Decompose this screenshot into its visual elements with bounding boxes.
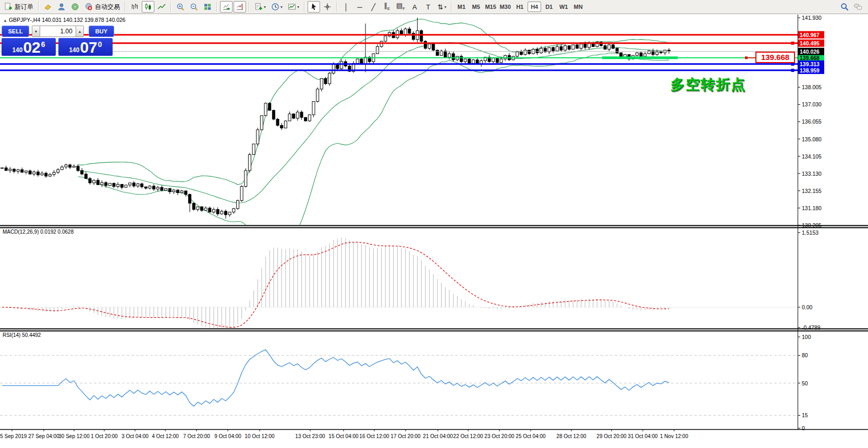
svg-text:16 Oct 12:00: 16 Oct 12:00 — [359, 433, 389, 439]
crosshair-button[interactable] — [321, 1, 334, 13]
svg-text:31 Oct 04:00: 31 Oct 04:00 — [628, 433, 658, 439]
svg-text:138.959: 138.959 — [800, 67, 820, 74]
timeframe-mn-button[interactable]: MN — [571, 2, 585, 12]
collapse-arrow-icon[interactable]: ▲ — [3, 18, 7, 23]
horizontal-line-tool-button[interactable]: ─ — [353, 1, 366, 13]
text-tool-button[interactable]: A — [408, 1, 421, 13]
toolbar-separator — [249, 2, 250, 12]
svg-text:13 Oct 23:00: 13 Oct 23:00 — [295, 433, 325, 439]
svg-text:140.495: 140.495 — [800, 40, 820, 46]
chart-annotation-text[interactable]: 多空转折点 — [670, 75, 746, 94]
sell-price-big: 02 — [23, 40, 40, 55]
buy-button[interactable]: BUY — [89, 26, 114, 37]
chart-window[interactable]: 141.930138.005137.030136.055135.080134.1… — [0, 15, 868, 448]
sell-button[interactable]: SELL — [2, 26, 29, 37]
search-button[interactable] — [838, 1, 851, 13]
autotrading-button[interactable]: 自动交易 — [82, 1, 122, 13]
channel-tool-icon: ∥E — [384, 2, 390, 12]
chart-shift-button[interactable] — [234, 1, 246, 13]
svg-text:30 Sep 12:00: 30 Sep 12:00 — [58, 433, 90, 439]
candles-icon — [144, 3, 152, 11]
line-chart-button[interactable] — [155, 1, 168, 13]
periods-button[interactable]: ▾ — [269, 1, 285, 13]
new-order-label: 新订单 — [15, 3, 33, 11]
toolbar-separator — [336, 2, 337, 12]
svg-text:21 Oct 04:00: 21 Oct 04:00 — [423, 433, 453, 439]
candlestick-chart-button[interactable] — [142, 1, 154, 13]
chevron-down-icon[interactable]: ▾ — [264, 5, 266, 9]
buy-price-display[interactable]: 140 07 0 — [58, 38, 113, 56]
chevron-down-icon[interactable]: ▾ — [444, 5, 446, 9]
linechart-icon — [157, 3, 166, 11]
svg-text:1.5153: 1.5153 — [802, 229, 818, 236]
label-tool-icon: T — [426, 4, 430, 10]
buy-price-figure: 140 — [69, 46, 79, 54]
svg-text:4 Oct 12:00: 4 Oct 12:00 — [152, 433, 179, 439]
price-tag-139668[interactable]: 139.668 — [755, 52, 795, 63]
trendline-tool-button[interactable]: ╱ — [367, 1, 380, 13]
timeframe-m30-button[interactable]: M30 — [498, 2, 512, 12]
vertical-line-tool-icon: │ — [344, 4, 348, 10]
chevron-down-icon[interactable]: ▾ — [280, 5, 283, 9]
timeframe-m1-button[interactable]: M1 — [455, 2, 468, 12]
auto-scroll-icon — [222, 3, 230, 11]
chat-button[interactable] — [852, 1, 864, 13]
volume-increase-button[interactable]: ▲ — [76, 26, 84, 37]
history-center-button[interactable] — [42, 1, 54, 13]
svg-text:15 Oct 04:00: 15 Oct 04:00 — [328, 433, 359, 439]
sell-price-display[interactable]: 140 02 6 — [2, 38, 56, 56]
indicators-icon — [254, 3, 263, 11]
vertical-line-tool-button[interactable]: │ — [340, 1, 352, 13]
svg-text:1 Oct 20:00: 1 Oct 20:00 — [91, 433, 118, 439]
svg-text:17 Oct 20:00: 17 Oct 20:00 — [390, 433, 421, 439]
svg-text:132.155: 132.155 — [802, 188, 822, 194]
svg-text:139.668: 139.668 — [800, 55, 820, 61]
volume-decrease-button[interactable]: ▼ — [32, 26, 40, 37]
templates-button[interactable]: ▾ — [286, 1, 301, 13]
arrows-tool-icon: ⇅ — [437, 4, 443, 10]
arrows-tool-button[interactable]: ⇅▾ — [435, 1, 448, 13]
toolbar-separator — [304, 2, 305, 12]
zoom-in-icon — [176, 3, 185, 11]
svg-text:22 Oct 12:00: 22 Oct 12:00 — [453, 433, 483, 439]
zoom-out-button[interactable] — [188, 1, 200, 13]
cursor-button[interactable] — [308, 1, 320, 13]
svg-text:131.180: 131.180 — [802, 205, 822, 211]
yellow-book-icon — [44, 3, 52, 11]
auto-scroll-button[interactable] — [220, 1, 233, 13]
chevron-down-icon[interactable]: ▾ — [297, 5, 299, 9]
svg-text:23 Oct 20:00: 23 Oct 20:00 — [484, 433, 515, 439]
one-click-trade-panel: SELL ▼ ▲ BUY 140 02 6 140 07 0 — [2, 26, 114, 56]
toolbar-separator — [125, 2, 126, 12]
timeframe-h1-button[interactable]: H1 — [513, 2, 527, 12]
svg-text:100: 100 — [802, 334, 811, 340]
template-icon — [288, 3, 296, 11]
label-tool-button[interactable]: T — [422, 1, 434, 13]
toolbar-separator — [38, 2, 39, 12]
zoom-in-button[interactable] — [174, 1, 187, 13]
svg-text:130.205: 130.205 — [802, 222, 822, 228]
cursor-icon — [310, 3, 318, 11]
tile-windows-button[interactable] — [201, 1, 214, 13]
channel-tool-button[interactable]: ∥E — [381, 1, 393, 13]
svg-text:-0.4789: -0.4789 — [802, 324, 821, 331]
fibonacci-tool-button[interactable]: ▤F — [394, 1, 407, 13]
bar-chart-button[interactable] — [128, 1, 141, 13]
signals-button[interactable] — [69, 1, 81, 13]
timeframe-h4-button[interactable]: H4 — [528, 2, 541, 12]
timeframe-m15-button[interactable]: M15 — [484, 2, 497, 12]
timeframe-d1-button[interactable]: D1 — [542, 2, 556, 12]
new-order-button[interactable]: 新订单 — [2, 1, 35, 13]
indicators-list-button[interactable]: ▾ — [252, 1, 268, 13]
timeframe-m5-button[interactable]: M5 — [469, 2, 483, 12]
volume-input[interactable] — [40, 26, 76, 37]
timeframe-w1-button[interactable]: W1 — [557, 2, 570, 12]
toolbar-separator — [451, 2, 452, 12]
svg-text:140.967: 140.967 — [800, 32, 820, 38]
metaeditor-button[interactable] — [55, 1, 68, 13]
svg-text:138.005: 138.005 — [802, 84, 822, 90]
svg-text:28 Oct 12:00: 28 Oct 12:00 — [556, 433, 586, 439]
svg-text:25 Oct 04:00: 25 Oct 04:00 — [516, 433, 546, 439]
svg-text:15: 15 — [802, 412, 808, 418]
svg-text:0.00: 0.00 — [802, 304, 813, 310]
